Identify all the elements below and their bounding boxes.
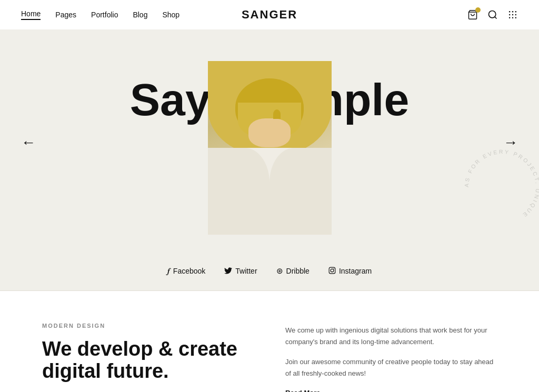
svg-point-3 (509, 11, 511, 13)
social-dribble[interactable]: ⊛ Dribble (276, 266, 310, 276)
social-twitter[interactable]: Twitter (224, 266, 257, 276)
svg-point-6 (509, 14, 511, 16)
cart-button[interactable] (467, 9, 478, 20)
dribble-icon: ⊛ (276, 266, 283, 276)
face-area (248, 118, 291, 147)
hair-pin (273, 109, 281, 119)
instagram-label: Instagram (339, 267, 372, 275)
facebook-label: Facebook (173, 267, 205, 275)
nav-links: Home Pages Portfolio Blog Shop (21, 9, 179, 20)
navbar: Home Pages Portfolio Blog Shop SANGER (0, 0, 539, 29)
twitter-label: Twitter (235, 267, 257, 275)
svg-rect-13 (329, 267, 335, 274)
hero-arrow-right[interactable]: → (503, 134, 518, 151)
hero-image (208, 61, 332, 235)
social-instagram[interactable]: Instagram (328, 266, 372, 276)
section-right: We come up with ingenious digital soluti… (285, 323, 497, 392)
section-para2: Join our awesome community of creative p… (285, 356, 497, 379)
svg-point-4 (512, 11, 514, 13)
site-logo[interactable]: SANGER (242, 8, 297, 22)
svg-line-2 (495, 17, 497, 19)
shoulder-right (270, 148, 332, 235)
svg-point-7 (512, 14, 514, 16)
section-para1: We come up with ingenious digital soluti… (285, 325, 497, 348)
cart-badge (475, 7, 481, 13)
svg-point-1 (489, 11, 496, 18)
nav-blog[interactable]: Blog (133, 11, 147, 19)
svg-point-9 (509, 17, 511, 19)
svg-point-10 (512, 17, 514, 19)
social-facebook[interactable]: 𝒇 Facebook (167, 266, 205, 276)
svg-point-8 (515, 14, 517, 16)
nav-home[interactable]: Home (21, 9, 41, 20)
read-more-link[interactable]: Read More (285, 389, 320, 392)
instagram-icon (328, 267, 336, 276)
hero-arrow-left[interactable]: ← (21, 134, 36, 151)
section-heading: We develop & create digital future. (42, 338, 254, 383)
social-bar: 𝒇 Facebook Twitter ⊛ Dribble Instagram (0, 256, 539, 291)
svg-point-14 (331, 269, 334, 272)
svg-point-5 (515, 11, 517, 13)
facebook-icon: 𝒇 (167, 266, 170, 276)
nav-pages[interactable]: Pages (55, 11, 76, 19)
shoulder-left (208, 148, 270, 235)
svg-point-15 (333, 268, 334, 269)
twitter-icon (224, 267, 232, 276)
section-left: MODERN DESIGN We develop & create digita… (42, 323, 254, 392)
content-section: MODERN DESIGN We develop & create digita… (0, 291, 539, 392)
nav-actions (467, 9, 518, 20)
svg-point-11 (515, 17, 517, 19)
grid-button[interactable] (507, 9, 518, 20)
rotating-text: AS FOR EVERY PROJECT. UNIQUE (460, 145, 539, 229)
hero-section: Say a Simple Hello! ← → AS FOR EVERY PRO… (0, 29, 539, 256)
dribble-label: Dribble (286, 267, 310, 275)
search-button[interactable] (487, 9, 498, 20)
svg-text:AS FOR EVERY PROJECT. UNIQUE: AS FOR EVERY PROJECT. UNIQUE (464, 149, 539, 224)
nav-portfolio[interactable]: Portfolio (91, 11, 118, 19)
nav-shop[interactable]: Shop (162, 11, 179, 19)
section-tag: MODERN DESIGN (42, 323, 254, 329)
